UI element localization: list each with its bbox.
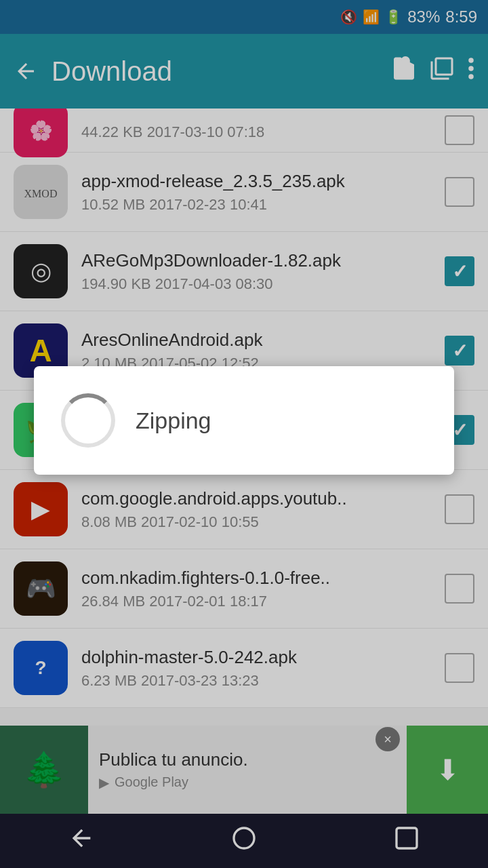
dialog-overlay: Zipping: [0, 0, 488, 868]
zipping-dialog: Zipping: [34, 366, 454, 475]
dialog-message: Zipping: [136, 408, 211, 434]
loading-spinner: [61, 393, 115, 448]
